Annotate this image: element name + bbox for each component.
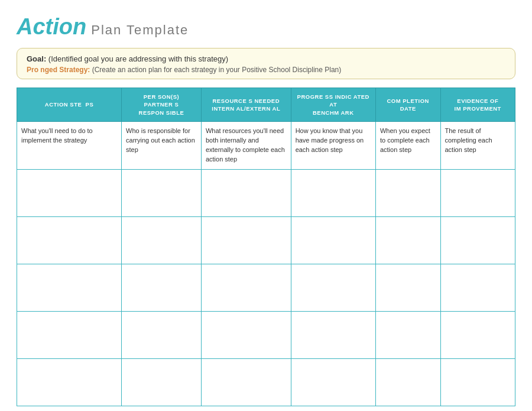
row3-resources [201,216,291,264]
row1-action: What you'll need to do to implement the … [17,121,122,169]
strategy-label: Pro nged Strategy: [27,66,90,74]
title-area: Action Plan Template [17,14,515,40]
goal-value: (Identified goal you are addressing with… [48,54,228,63]
header-evidence: EVIDENCE OFIM PROVEMENT [440,88,515,122]
strategy-line: Pro nged Strategy: (Create an action pla… [27,66,505,74]
row5-persons [122,311,202,358]
row2-action [17,169,122,216]
table-row-2 [17,169,515,216]
row4-progress [291,264,375,311]
row4-evidence [440,264,515,311]
table-row-1: What you'll need to do to implement the … [17,121,515,169]
header-completion: COM PLETIONDATE [375,88,440,122]
row2-evidence [440,169,515,216]
row1-completion: When you expect to complete each action … [375,121,440,169]
row5-action [17,311,122,358]
row1-resources: What resources you'll need both internal… [201,121,291,169]
row5-progress [291,311,375,358]
row6-completion [375,358,440,406]
row6-persons [122,358,202,406]
row2-completion [375,169,440,216]
goal-box: Goal: (Identified goal you are addressin… [17,48,515,79]
header-persons: PER SON(S)PARTNER SRESPON SIBLE [122,88,202,122]
header-resources: RESOURCE S NEEDEDINTERN AL/EXTERN AL [201,88,291,122]
row4-persons [122,264,202,311]
row3-action [17,216,122,264]
table-row-6 [17,358,515,406]
row2-persons [122,169,202,216]
title-rest: Plan Template [91,22,189,38]
table-row-3 [17,216,515,264]
row6-resources [201,358,291,406]
goal-label: Goal: [27,54,46,63]
strategy-value: (Create an action plan for each strategy… [92,66,342,74]
row4-completion [375,264,440,311]
row3-persons [122,216,202,264]
action-table: ACTION STE PS PER SON(S)PARTNER SRESPON … [17,88,515,406]
row4-resources [201,264,291,311]
row6-evidence [440,358,515,406]
row6-action [17,358,122,406]
row1-evidence: The result of completing each action ste… [440,121,515,169]
row2-resources [201,169,291,216]
header-progress: PROGRE SS INDIC ATED ATBENCHM ARK [291,88,375,122]
row3-progress [291,216,375,264]
table-row-4 [17,264,515,311]
row5-resources [201,311,291,358]
row2-progress [291,169,375,216]
title-action: Action [17,14,86,40]
row1-persons: Who is responsible for carrying out each… [122,121,202,169]
row3-completion [375,216,440,264]
row5-evidence [440,311,515,358]
row3-evidence [440,216,515,264]
row1-progress: How you know that you have made progress… [291,121,375,169]
row6-progress [291,358,375,406]
header-action: ACTION STE PS [17,88,122,122]
table-row-5 [17,311,515,358]
row4-action [17,264,122,311]
goal-line: Goal: (Identified goal you are addressin… [27,54,505,63]
row5-completion [375,311,440,358]
table-header-row: ACTION STE PS PER SON(S)PARTNER SRESPON … [17,88,515,122]
